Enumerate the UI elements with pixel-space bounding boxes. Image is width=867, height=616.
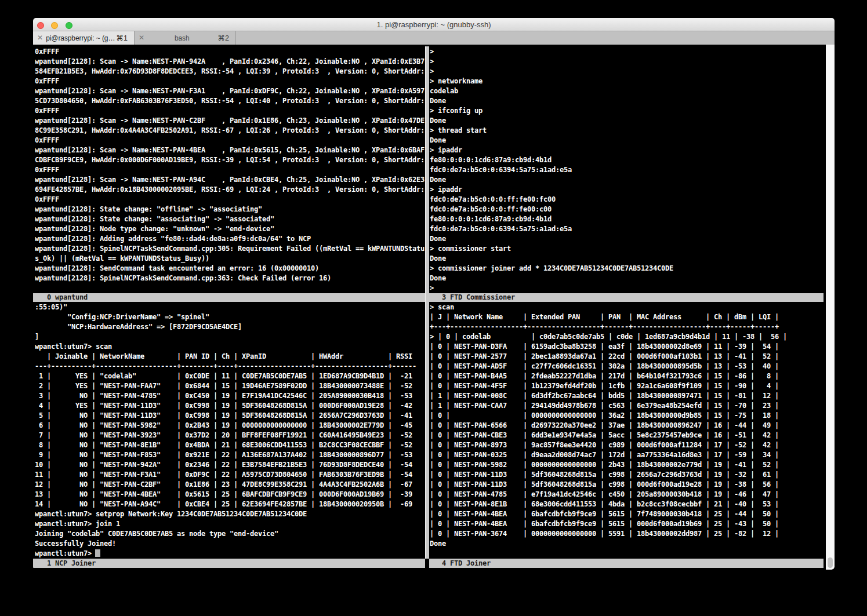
- terminal-window: 1. pi@raspberrypi: ~ (gnubby-ssh) ✕ pi@r…: [33, 18, 835, 570]
- tab-shortcut: ⌘2: [218, 34, 229, 42]
- pane-ftd-commissioner[interactable]: > > > > networkname codelab Done > ifcon…: [430, 47, 824, 293]
- tab-label: bash: [146, 34, 218, 42]
- terminal-area: 0xFFFF wpantund[2128]: Scan -> Name:NEST…: [33, 45, 835, 570]
- pane-ftd-joiner[interactable]: > scan | J | Network Name | Extended PAN…: [430, 302, 824, 559]
- pane-divider[interactable]: [425, 46, 429, 559]
- desktop-background: { "window": { "title": "1. pi@raspberryp…: [0, 0, 867, 616]
- pane-caption-ncp-joiner: 1 NCP Joiner: [33, 559, 425, 568]
- scrollbar-thumb[interactable]: [828, 557, 833, 568]
- pane-caption-ftd-joiner: 4 FTD Joiner: [429, 559, 824, 568]
- window-titlebar[interactable]: 1. pi@raspberrypi: ~ (gnubby-ssh): [33, 18, 835, 31]
- zoom-window-button[interactable]: [66, 22, 72, 29]
- minimize-window-button[interactable]: [51, 22, 58, 29]
- tab-label: pi@raspberrypi: ~ (g…: [45, 34, 117, 42]
- tab-bar: ✕ pi@raspberrypi: ~ (g… ⌘1 ✕ bash ⌘2: [33, 31, 835, 45]
- tab-close-icon[interactable]: ✕: [139, 31, 146, 45]
- close-window-button[interactable]: [37, 22, 44, 29]
- tab-shortcut: ⌘1: [117, 34, 128, 42]
- window-title: 1. pi@raspberrypi: ~ (gnubby-ssh): [33, 18, 835, 31]
- terminal-cursor: [95, 549, 100, 557]
- traffic-lights: [37, 21, 77, 31]
- pane-caption-ftd-commissioner: 3 FTD Commissioner: [429, 293, 824, 302]
- tab-close-icon[interactable]: ✕: [37, 31, 45, 45]
- pane-wpantund-log[interactable]: 0xFFFF wpantund[2128]: Scan -> Name:NEST…: [35, 47, 425, 293]
- pane-ncp-joiner[interactable]: :55:05)" "Config:NCP:DriverName" => "spi…: [35, 302, 425, 559]
- tab-bash[interactable]: ✕ bash ⌘2: [135, 31, 236, 45]
- tab-ssh-session[interactable]: ✕ pi@raspberrypi: ~ (g… ⌘1: [33, 31, 135, 45]
- scrollbar-track[interactable]: [826, 45, 835, 570]
- pane-caption-wpantund: 0 wpantund: [33, 293, 425, 302]
